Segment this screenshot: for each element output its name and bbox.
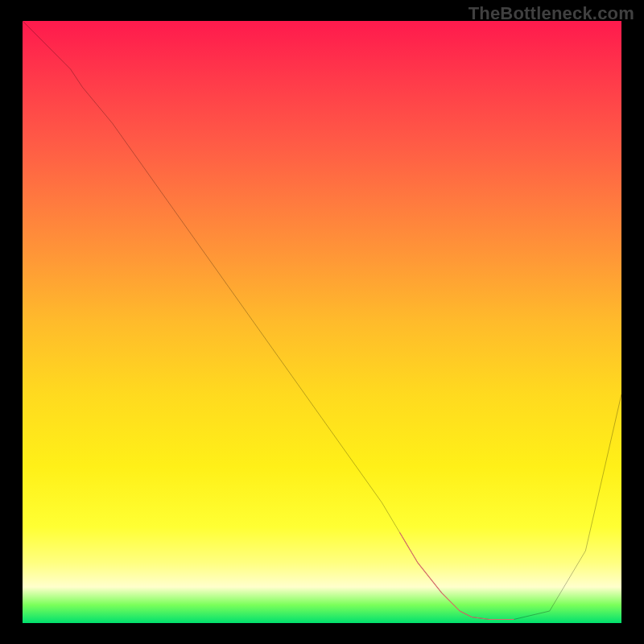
chart-frame: TheBottleneck.com — [0, 0, 644, 644]
watermark-text: TheBottleneck.com — [469, 3, 634, 24]
chart-svg — [23, 21, 621, 623]
optimal-range-highlight-line — [400, 533, 514, 620]
plot-area — [23, 21, 621, 623]
bottleneck-curve-line — [23, 21, 621, 620]
